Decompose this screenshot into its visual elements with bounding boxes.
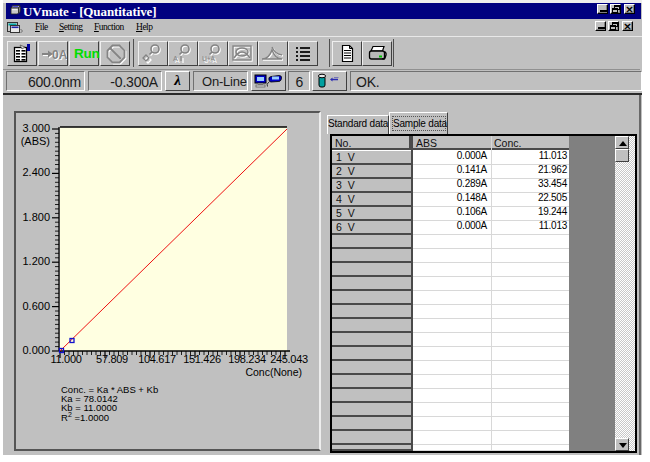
svg-text:0A: 0A: [52, 48, 67, 62]
svg-text:U+A: U+A: [202, 55, 215, 62]
svg-text:A: A: [173, 55, 178, 62]
